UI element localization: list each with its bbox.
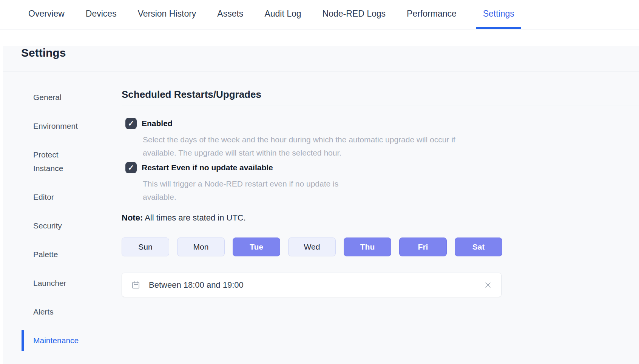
day-button-tue[interactable]: Tue — [233, 238, 280, 256]
restart-checkbox-row: ✓ Restart Even if no update available — [122, 162, 639, 173]
note-label: Note: — [122, 213, 143, 222]
instance-tab-bar: Overview Devices Version History Assets … — [0, 0, 639, 29]
tab-audit-log[interactable]: Audit Log — [264, 0, 301, 29]
tab-devices[interactable]: Devices — [86, 0, 117, 29]
day-button-sun[interactable]: Sun — [122, 238, 169, 256]
tab-node-red-logs[interactable]: Node-RED Logs — [323, 0, 386, 29]
section-divider — [122, 105, 639, 105]
page-title: Settings — [21, 46, 639, 60]
day-button-sat[interactable]: Sat — [455, 238, 502, 256]
day-button-fri[interactable]: Fri — [399, 238, 447, 256]
clear-time-icon[interactable] — [484, 281, 492, 289]
enabled-description: Select the days of the week and the hour… — [143, 133, 468, 159]
settings-page: Settings General Environment Protect Ins… — [3, 46, 639, 364]
sidebar-item-label: Maintenance — [33, 336, 79, 345]
utc-note: Note: All times are stated in UTC. — [122, 213, 639, 223]
restart-label[interactable]: Restart Even if no update available — [142, 163, 273, 172]
day-button-mon[interactable]: Mon — [177, 238, 225, 256]
time-window-input[interactable]: Between 18:00 and 19:00 — [122, 273, 502, 297]
sidebar-item-general[interactable]: General — [33, 91, 86, 104]
restart-description: This will trigger a Node-RED restart eve… — [143, 177, 366, 204]
day-button-thu[interactable]: Thu — [344, 238, 391, 256]
tab-assets[interactable]: Assets — [217, 0, 243, 29]
enabled-label[interactable]: Enabled — [142, 119, 173, 128]
check-icon: ✓ — [128, 164, 134, 171]
time-window-value: Between 18:00 and 19:00 — [149, 280, 244, 290]
check-icon: ✓ — [128, 120, 134, 127]
sidebar-item-protect-instance[interactable]: Protect Instance — [33, 148, 86, 175]
maintenance-panel: Scheduled Restarts/Upgrades ✓ Enabled Se… — [106, 71, 639, 364]
active-indicator-bar — [22, 330, 24, 351]
enabled-checkbox[interactable]: ✓ — [125, 118, 137, 129]
sidebar-item-alerts[interactable]: Alerts — [33, 305, 86, 319]
sidebar-item-maintenance[interactable]: Maintenance — [33, 334, 86, 347]
sidebar-item-launcher[interactable]: Launcher — [33, 276, 86, 290]
calendar-icon — [131, 281, 140, 289]
note-text: All times are stated in UTC. — [145, 213, 246, 222]
sidebar-item-security[interactable]: Security — [33, 219, 86, 233]
settings-sidebar: General Environment Protect Instance Edi… — [3, 71, 106, 364]
tab-version-history[interactable]: Version History — [138, 0, 196, 29]
restart-checkbox[interactable]: ✓ — [125, 162, 137, 173]
day-button-wed[interactable]: Wed — [288, 238, 336, 256]
sidebar-item-editor[interactable]: Editor — [33, 190, 86, 204]
section-heading: Scheduled Restarts/Upgrades — [122, 88, 639, 100]
sidebar-item-palette[interactable]: Palette — [33, 248, 86, 261]
sidebar-item-environment[interactable]: Environment — [33, 119, 86, 133]
tab-overview[interactable]: Overview — [28, 0, 65, 29]
tab-settings[interactable]: Settings — [476, 0, 521, 29]
day-selector: Sun Mon Tue Wed Thu Fri Sat — [122, 238, 639, 256]
tab-performance[interactable]: Performance — [407, 0, 457, 29]
enabled-checkbox-row: ✓ Enabled — [122, 118, 639, 129]
